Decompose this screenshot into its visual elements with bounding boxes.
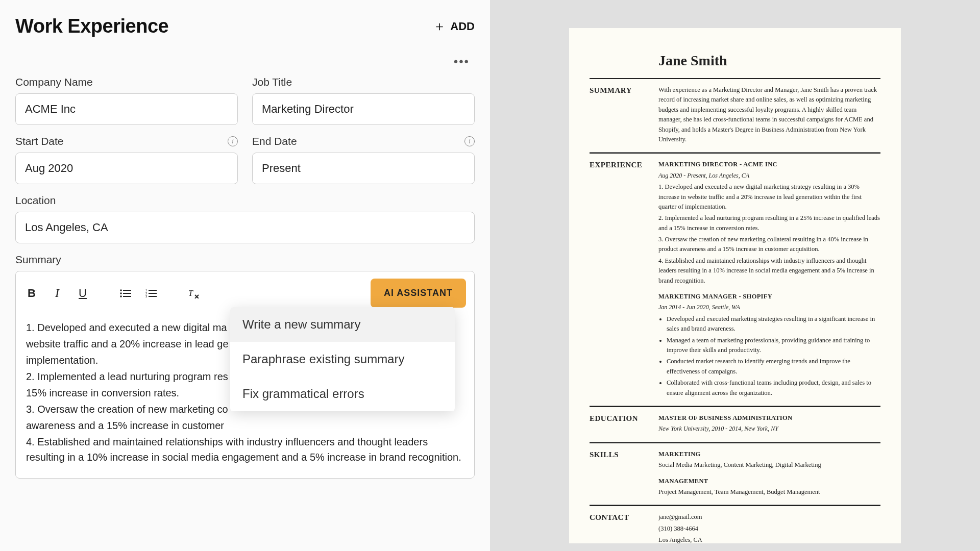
edu-title: MASTER OF BUSINESS ADMINISTRATION xyxy=(658,413,880,423)
job-title: MARKETING DIRECTOR - ACME INC xyxy=(658,160,880,169)
startdate-label: Start Date xyxy=(15,135,64,147)
company-field: Company Name xyxy=(15,76,238,125)
resume-skills-section: SKILLS MARKETING Social Media Marketing,… xyxy=(590,442,880,506)
job-title: MARKETING MANAGER - SHOPIFY xyxy=(658,292,880,302)
contact-location: Los Angeles, CA xyxy=(658,535,880,543)
ai-assistant-menu: Write a new summary Paraphrase existing … xyxy=(230,307,455,411)
section-label: EDUCATION xyxy=(590,413,658,436)
job-bullet: 3. Oversaw the creation of new marketing… xyxy=(658,235,880,255)
svg-text:3: 3 xyxy=(145,295,148,298)
bold-button[interactable]: B xyxy=(24,286,39,301)
job-meta: Jan 2014 - Jun 2020, Seattle, WA xyxy=(658,303,880,312)
italic-button[interactable]: I xyxy=(50,286,65,301)
bullet-list-button[interactable] xyxy=(118,286,133,301)
jobtitle-input[interactable] xyxy=(252,93,475,125)
job-bullet: 1. Developed and executed a new digital … xyxy=(658,182,880,212)
ai-menu-fix-grammar[interactable]: Fix grammatical errors xyxy=(230,377,455,411)
job-bullet: Developed and executed marketing strateg… xyxy=(667,314,880,334)
section-label: EXPERIENCE xyxy=(590,160,658,399)
svg-point-0 xyxy=(120,289,122,291)
job-bullet: Collaborated with cross-functional teams… xyxy=(667,378,880,398)
resume-education-section: EDUCATION MASTER OF BUSINESS ADMINISTRAT… xyxy=(590,406,880,442)
svg-point-2 xyxy=(120,292,122,294)
svg-rect-1 xyxy=(123,290,131,291)
startdate-field: Start Date i xyxy=(15,135,238,184)
more-icon: ••• xyxy=(454,55,470,68)
resume-name: Jane Smith xyxy=(658,53,880,69)
section-body: MARKETING Social Media Marketing, Conten… xyxy=(658,449,880,499)
section-label: SUMMARY xyxy=(590,85,658,146)
section-body: With experience as a Marketing Director … xyxy=(658,85,880,146)
enddate-label: End Date xyxy=(252,135,297,147)
company-label: Company Name xyxy=(15,76,93,88)
section-body: jane@gmail.com (310) 388-4664 Los Angele… xyxy=(658,512,880,543)
location-input[interactable] xyxy=(15,212,475,243)
summary-field: Summary B I U 123 T xyxy=(15,254,475,479)
contact-phone: (310) 388-4664 xyxy=(658,524,880,534)
ai-menu-paraphrase[interactable]: Paraphrase existing summary xyxy=(230,342,455,377)
ordered-list-icon: 123 xyxy=(145,289,157,298)
enddate-field: End Date i xyxy=(252,135,475,184)
skill-title: MANAGEMENT xyxy=(658,477,880,486)
location-field: Location xyxy=(15,194,475,243)
section-label: SKILLS xyxy=(590,449,658,499)
summary-label: Summary xyxy=(15,254,61,266)
section-label: CONTACT xyxy=(590,512,658,543)
resume-contact-section: CONTACT jane@gmail.com (310) 388-4664 Lo… xyxy=(590,505,880,543)
enddate-input[interactable] xyxy=(252,153,475,184)
jobtitle-label: Job Title xyxy=(252,76,292,88)
job-bullet: 4. Established and maintained relationsh… xyxy=(658,256,880,286)
skill-title: MARKETING xyxy=(658,449,880,459)
resume-preview: Jane Smith SUMMARY With experience as a … xyxy=(569,28,901,543)
svg-text:T: T xyxy=(188,289,193,297)
clear-format-button[interactable]: T xyxy=(186,286,202,301)
info-icon[interactable]: i xyxy=(228,136,238,146)
more-button[interactable]: ••• xyxy=(449,53,475,71)
plus-icon: ＋ xyxy=(433,17,446,35)
preview-panel: Jane Smith SUMMARY With experience as a … xyxy=(490,0,980,551)
resume-experience-section: EXPERIENCE MARKETING DIRECTOR - ACME INC… xyxy=(590,153,880,406)
bullet-list-icon xyxy=(120,289,131,298)
job-meta: Aug 2020 - Present, Los Angeles, CA xyxy=(658,171,880,181)
page-title: Work Experience xyxy=(15,15,168,37)
startdate-input[interactable] xyxy=(15,153,238,184)
job-bullet: 2. Implemented a lead nurturing program … xyxy=(658,213,880,233)
skill-text: Project Management, Team Management, Bud… xyxy=(658,487,880,497)
add-button[interactable]: ＋ ADD xyxy=(433,17,475,35)
jobtitle-field: Job Title xyxy=(252,76,475,125)
section-body: MASTER OF BUSINESS ADMINISTRATION New Yo… xyxy=(658,413,880,436)
summary-editor: B I U 123 T AI ASSISTANT xyxy=(15,271,475,479)
underline-button[interactable]: U xyxy=(75,286,90,301)
contact-email: jane@gmail.com xyxy=(658,512,880,522)
job-bullet: Managed a team of marketing professional… xyxy=(667,336,880,356)
svg-rect-7 xyxy=(149,290,157,291)
form-panel: Work Experience ＋ ADD ••• Company Name J… xyxy=(0,0,490,551)
add-button-label: ADD xyxy=(450,20,475,33)
ordered-list-button[interactable]: 123 xyxy=(143,286,159,301)
edu-meta: New York University, 2010 - 2014, New Yo… xyxy=(658,424,880,434)
svg-rect-11 xyxy=(149,296,157,297)
ai-menu-write-summary[interactable]: Write a new summary xyxy=(230,307,455,342)
info-icon[interactable]: i xyxy=(464,136,475,146)
ai-assistant-button[interactable]: AI ASSISTANT xyxy=(371,279,466,308)
svg-rect-9 xyxy=(149,293,157,294)
svg-point-4 xyxy=(120,295,122,297)
section-body: MARKETING DIRECTOR - ACME INC Aug 2020 -… xyxy=(658,160,880,399)
summary-line: 4. Established and maintained relationsh… xyxy=(26,434,464,465)
resume-summary-section: SUMMARY With experience as a Marketing D… xyxy=(590,78,880,153)
svg-rect-3 xyxy=(123,293,131,294)
company-input[interactable] xyxy=(15,93,238,125)
job-bullet: Conducted market research to identify em… xyxy=(667,357,880,377)
clear-format-icon: T xyxy=(188,288,200,298)
skill-text: Social Media Marketing, Content Marketin… xyxy=(658,460,880,470)
location-label: Location xyxy=(15,194,56,207)
summary-line: awareness and a 15% increase in customer xyxy=(26,418,464,433)
svg-rect-5 xyxy=(123,296,131,297)
summary-text: With experience as a Marketing Director … xyxy=(658,85,880,144)
